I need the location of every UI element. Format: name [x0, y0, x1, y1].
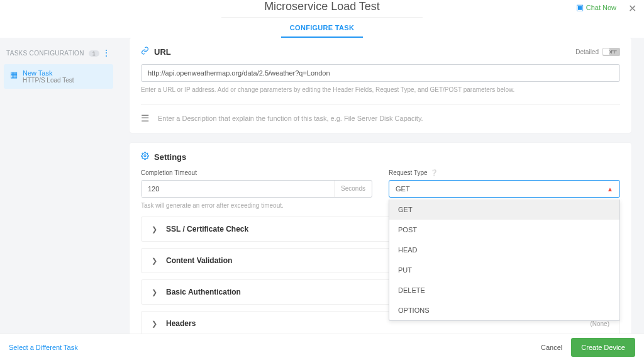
- page-title: Microservice Load Test: [221, 0, 423, 18]
- task-title: New Task: [23, 69, 74, 77]
- dropdown-option-options[interactable]: OPTIONS: [389, 300, 619, 320]
- url-panel-title: URL: [154, 47, 171, 57]
- url-help-text: Enter a URL or IP address. Add or change…: [141, 86, 620, 94]
- accordion-label: Headers: [166, 319, 196, 328]
- bottombar: Select a Different Task Cancel Create De…: [0, 334, 644, 360]
- link-icon: [141, 47, 149, 57]
- url-panel: URL Detailed OFF Enter a URL or IP addre…: [130, 38, 631, 133]
- caret-up-icon: ▲: [607, 186, 613, 193]
- cancel-button[interactable]: Cancel: [532, 339, 571, 356]
- create-device-button[interactable]: Create Device: [571, 338, 635, 357]
- dropdown-option-post[interactable]: POST: [389, 220, 619, 240]
- accordion-label: Content Validation: [166, 256, 232, 265]
- detailed-label: Detailed: [575, 48, 599, 55]
- sidebar-menu-icon[interactable]: ⋮: [102, 48, 111, 58]
- chat-now-label: Chat Now: [586, 4, 616, 11]
- chevron-right-icon: ❯: [152, 225, 157, 233]
- request-type-dropdown: GET POST HEAD PUT DELETE OPTIONS: [389, 200, 620, 321]
- help-icon[interactable]: ❔: [430, 169, 438, 176]
- tab-configure-task[interactable]: CONFIGURE TASK: [281, 18, 363, 38]
- description-input[interactable]: [158, 115, 620, 122]
- chevron-right-icon: ❯: [152, 320, 157, 328]
- task-icon: ▦: [10, 70, 18, 84]
- sidebar-heading: TASKS CONFIGURATION: [6, 50, 84, 57]
- detailed-toggle[interactable]: OFF: [602, 48, 620, 56]
- timeout-unit: Seconds: [334, 181, 372, 197]
- timeout-label: Completion Timeout: [141, 169, 372, 176]
- gear-icon: [141, 152, 149, 162]
- timeout-help: Task will generate an error after exceed…: [141, 201, 372, 210]
- url-input[interactable]: [141, 64, 620, 82]
- request-type-label: Request Type: [389, 169, 428, 176]
- chat-now-link[interactable]: ▣ Chat Now: [576, 3, 616, 12]
- accordion-label: Basic Authentication: [166, 288, 241, 296]
- task-count-badge: 1: [89, 50, 99, 57]
- request-type-select[interactable]: GET ▲: [389, 180, 620, 198]
- chevron-right-icon: ❯: [152, 288, 157, 296]
- task-subtitle: HTTP/S Load Test: [23, 77, 74, 84]
- request-type-selected: GET: [396, 185, 410, 193]
- select-different-task-link[interactable]: Select a Different Task: [9, 344, 78, 351]
- close-icon[interactable]: ✕: [628, 3, 636, 14]
- dropdown-option-put[interactable]: PUT: [389, 260, 619, 280]
- chat-icon: ▣: [576, 3, 584, 12]
- description-icon: ☰: [141, 113, 149, 124]
- dropdown-option-delete[interactable]: DELETE: [389, 280, 619, 300]
- settings-panel: Settings Completion Timeout Seconds Task…: [130, 143, 631, 334]
- dropdown-option-get[interactable]: GET: [389, 200, 619, 220]
- chevron-right-icon: ❯: [152, 257, 157, 265]
- settings-panel-title: Settings: [154, 152, 186, 162]
- sidebar-task-item[interactable]: ▦ New Task HTTP/S Load Test: [4, 64, 113, 89]
- accordion-status: (None): [590, 320, 609, 327]
- svg-point-0: [144, 155, 146, 157]
- dropdown-option-head[interactable]: HEAD: [389, 240, 619, 260]
- accordion-label: SSL / Certificate Check: [166, 225, 248, 233]
- timeout-input[interactable]: [142, 181, 334, 197]
- sidebar: TASKS CONFIGURATION 1 ⋮ ▦ New Task HTTP/…: [0, 38, 117, 334]
